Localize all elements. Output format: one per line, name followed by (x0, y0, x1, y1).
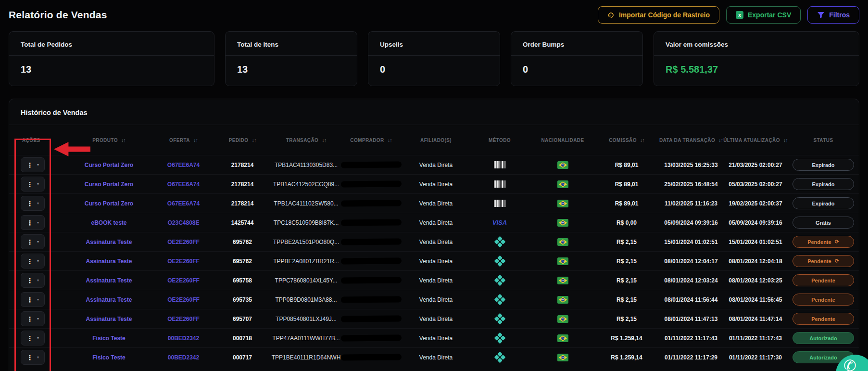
column-header[interactable]: PRODUTO ↓↑ (62, 137, 156, 143)
product-link[interactable]: Fisico Teste (92, 335, 125, 342)
offer-link[interactable]: O23C4808E (167, 219, 199, 226)
offer-link[interactable]: OE2E260FF (167, 316, 200, 322)
actions-cell: ⋮ ▾ (9, 273, 62, 288)
column-header[interactable]: PEDIDO ↓↑ (211, 137, 274, 143)
status-cell: Expirado (788, 197, 859, 209)
filters-button[interactable]: Filtros (807, 6, 859, 24)
product-link[interactable]: Curso Portal Zero (85, 162, 133, 168)
offer-link[interactable]: O67EE6A74 (167, 181, 200, 188)
last-update-date: 08/01/2024 11:47:14 (723, 316, 788, 322)
row-actions-button[interactable]: ⋮ ▾ (21, 157, 45, 172)
stat-label: Total de Itens (226, 32, 357, 56)
status-badge: Expirado (793, 159, 854, 171)
redacted-buyer (340, 161, 401, 168)
transaction-id: TPP08540801LXJ49J... (274, 316, 339, 322)
redacted-buyer (340, 277, 401, 283)
order-id: 000717 (211, 354, 274, 361)
buyer-cell (339, 296, 403, 303)
row-actions-button[interactable]: ⋮ ▾ (21, 273, 45, 288)
last-update-date: 01/11/2022 11:17:43 (723, 335, 788, 342)
column-header[interactable]: COMPRADOR ↓↑ (339, 137, 403, 143)
transaction-id: TPP1BE40111R1D64NWH (274, 354, 339, 361)
visa-icon: VISA (492, 219, 507, 226)
product-link[interactable]: Assinatura Teste (86, 316, 132, 322)
status-badge: Expirado (793, 197, 854, 209)
pix-icon (494, 352, 505, 363)
sort-icon[interactable]: ↓↑ (193, 137, 198, 143)
nationality-cell (531, 161, 594, 169)
phone-icon: ✆ (843, 357, 856, 371)
product-link[interactable]: Assinatura Teste (86, 277, 132, 284)
redacted-buyer (340, 200, 401, 206)
transaction-id: TPB1AC412502CGQ89... (274, 181, 339, 188)
offer-link[interactable]: OE2E260FF (167, 277, 200, 284)
sort-icon[interactable]: ↓↑ (252, 137, 256, 143)
import-tracking-button[interactable]: Importar Código de Rastreio (598, 6, 719, 24)
sort-icon[interactable]: ↓↑ (388, 137, 392, 143)
product-link[interactable]: Assinatura Teste (86, 258, 132, 265)
product-link[interactable]: Assinatura Teste (86, 296, 132, 303)
sort-icon[interactable]: ↓↑ (640, 137, 644, 143)
redacted-buyer (340, 315, 401, 322)
row-actions-button[interactable]: ⋮ ▾ (21, 177, 45, 192)
sort-icon[interactable]: ↓↑ (783, 137, 788, 143)
offer-link[interactable]: 00BED2342 (168, 335, 199, 342)
column-header-label: NACIONALIDADE (541, 138, 584, 143)
offer-link[interactable]: 00BED2342 (168, 354, 199, 361)
status-cell: Pendente (788, 274, 859, 286)
last-update-date: 19/02/2025 02:00:37 (723, 200, 788, 207)
sort-icon[interactable]: ↓↑ (322, 137, 326, 143)
offer-link[interactable]: O67EE6A74 (167, 200, 200, 207)
refresh-icon[interactable]: ⟳ (835, 258, 839, 264)
row-actions-button[interactable]: ⋮ ▾ (21, 254, 45, 269)
commission-value: R$ 89,01 (594, 162, 659, 168)
row-actions-button[interactable]: ⋮ ▾ (21, 311, 45, 326)
row-actions-button[interactable]: ⋮ ▾ (21, 292, 45, 307)
column-header[interactable]: OFERTA ↓↑ (156, 137, 211, 143)
kebab-icon: ⋮ (26, 258, 33, 265)
column-header[interactable]: ÚLTIMA ATUALIZAÇÃO ↓↑ (723, 137, 788, 143)
nationality-cell (531, 219, 594, 227)
boleto-barcode-icon (493, 161, 506, 169)
offer-link[interactable]: O67EE6A74 (167, 162, 200, 168)
offer-link[interactable]: OE2E260FF (167, 239, 200, 245)
column-header[interactable]: DATA DA TRANSAÇÃO ↓↑ (659, 137, 723, 143)
affiliate-value: Venda Direta (403, 181, 468, 188)
buyer-cell (339, 258, 403, 264)
row-actions-button[interactable]: ⋮ ▾ (21, 234, 45, 249)
sort-icon[interactable]: ↓↑ (121, 137, 126, 143)
product-link[interactable]: eBOOK teste (91, 219, 126, 226)
last-update-date: 01/11/2022 11:17:30 (723, 354, 788, 361)
affiliate-value: Venda Direta (403, 277, 468, 284)
product-link[interactable]: Assinatura Teste (86, 239, 132, 245)
table-row: ⋮ ▾ Assinatura Teste OE2E260FF 695758 TP… (9, 270, 859, 290)
column-header[interactable]: COMISSÃO ↓↑ (594, 137, 659, 143)
product-link[interactable]: Curso Portal Zero (85, 181, 133, 188)
row-actions-button[interactable]: ⋮ ▾ (21, 215, 45, 230)
pix-icon (494, 275, 505, 286)
refresh-icon[interactable]: ⟳ (835, 239, 839, 244)
sort-icon[interactable]: ↓↑ (718, 137, 723, 143)
offer-link[interactable]: OE2E260FF (167, 258, 200, 265)
commission-value: R$ 89,01 (594, 200, 659, 207)
pix-icon (494, 256, 505, 267)
stat-card-total-itens: Total de Itens 13 (225, 31, 357, 86)
row-actions-button[interactable]: ⋮ ▾ (21, 350, 45, 365)
affiliate-value: Venda Direta (403, 219, 468, 226)
stat-card-comissoes: Valor em comissões R$ 5.581,37 (654, 31, 859, 86)
row-actions-button[interactable]: ⋮ ▾ (21, 196, 45, 211)
table-row: ⋮ ▾ Fisico Teste 00BED2342 000717 TPP1BE… (9, 347, 859, 367)
row-actions-button[interactable]: ⋮ ▾ (21, 331, 45, 345)
export-csv-button[interactable]: x Exportar CSV (726, 6, 801, 24)
column-header[interactable]: TRANSAÇÃO ↓↑ (274, 137, 339, 143)
pix-icon (494, 333, 505, 344)
product-link[interactable]: Fisico Teste (92, 354, 125, 361)
chevron-down-icon: ▾ (37, 221, 39, 225)
last-update-date: 08/01/2024 12:04:18 (723, 258, 788, 265)
import-icon (607, 12, 615, 19)
stat-value: 0 (368, 56, 500, 86)
product-link[interactable]: Curso Portal Zero (85, 200, 133, 207)
table-header-row: AÇÕES PRODUTO ↓↑ OFERTA ↓↑ PEDIDO ↓↑ TRA… (9, 125, 859, 155)
commission-value: R$ 2,15 (594, 277, 659, 284)
offer-link[interactable]: OE2E260FF (167, 296, 200, 303)
